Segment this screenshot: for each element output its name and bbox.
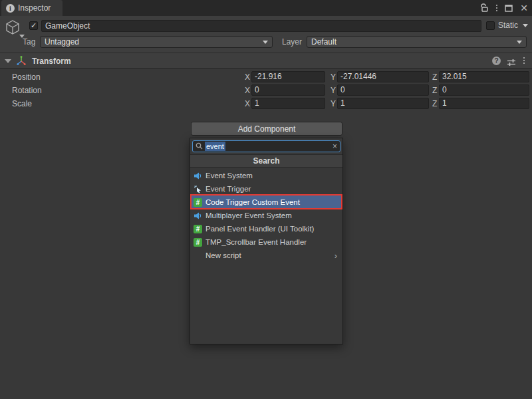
layer-label: Layer — [282, 37, 302, 47]
list-item-code-trigger-custom-event[interactable]: # Code Trigger Custom Event — [190, 196, 342, 209]
chevron-down-icon — [517, 41, 522, 44]
transform-axis-icon — [16, 55, 27, 68]
item-label: New script — [205, 251, 241, 259]
window-titlebar: i Inspector ✕ — [0, 0, 532, 16]
add-component-popup: event × Search Event System Event Trigge… — [190, 138, 343, 344]
list-item-tmp-scrollbar-event-handler[interactable]: # TMP_Scrollbar Event Handler — [190, 235, 342, 249]
axis-z-label: Z — [432, 86, 437, 95]
static-checkbox[interactable] — [486, 21, 495, 30]
search-query-text: event — [205, 142, 225, 151]
foldout-arrow-icon[interactable] — [5, 59, 11, 63]
chevron-down-icon — [263, 41, 268, 44]
static-dropdown-caret[interactable] — [523, 24, 528, 27]
list-item-event-system[interactable]: Event System — [190, 169, 342, 182]
rotation-y-field[interactable]: 0 — [337, 84, 429, 96]
scale-x-field[interactable]: 1 — [251, 98, 325, 109]
rotation-label: Rotation — [12, 86, 42, 95]
position-x-field[interactable]: -21.916 — [251, 71, 325, 82]
tab-inspector[interactable]: i Inspector — [1, 0, 63, 16]
scale-label: Scale — [12, 99, 32, 108]
component-search-input[interactable]: event × — [192, 140, 340, 152]
layer-dropdown[interactable]: Default — [307, 36, 527, 48]
item-label: Code Trigger Custom Event — [205, 198, 300, 206]
kebab-menu-icon[interactable] — [523, 57, 525, 64]
tag-value: Untagged — [45, 37, 79, 47]
csharp-script-icon: # — [194, 198, 202, 207]
axis-x-label: X — [245, 86, 250, 95]
axis-x-label: X — [245, 99, 250, 108]
rotation-x-field[interactable]: 0 — [251, 84, 325, 96]
gameobject-name-field[interactable]: GameObject — [41, 20, 481, 32]
item-label: Event System — [205, 172, 253, 180]
tab-label: Inspector — [18, 3, 51, 13]
event-trigger-icon — [194, 185, 202, 194]
position-y-field[interactable]: -27.01446 — [337, 71, 429, 82]
blank-icon-spacer — [194, 251, 202, 260]
csharp-script-icon: # — [194, 225, 202, 233]
scale-z-field[interactable]: 1 — [439, 98, 529, 109]
chevron-right-icon: › — [334, 251, 337, 261]
info-icon: i — [6, 4, 15, 13]
position-label: Position — [12, 72, 41, 82]
axis-x-label: X — [245, 72, 250, 82]
event-system-icon — [194, 211, 202, 220]
presets-icon[interactable] — [507, 57, 516, 69]
layer-value: Default — [311, 37, 336, 47]
tag-label: Tag — [23, 37, 35, 47]
active-checkbox[interactable]: ✓ — [29, 21, 38, 30]
maximize-icon[interactable] — [505, 5, 513, 12]
close-icon[interactable]: ✕ — [520, 3, 528, 13]
csharp-script-icon: # — [194, 238, 202, 247]
event-system-icon — [194, 172, 202, 180]
help-icon[interactable]: ? — [492, 57, 501, 65]
transform-title: Transform — [32, 57, 71, 66]
list-item-new-script[interactable]: New script › — [190, 249, 342, 262]
list-item-event-trigger[interactable]: Event Trigger — [190, 182, 342, 196]
popup-section-header: Search — [190, 154, 342, 168]
scale-y-field[interactable]: 1 — [337, 98, 429, 109]
kebab-menu-icon[interactable] — [496, 5, 497, 11]
list-item-multiplayer-event-system[interactable]: Multiplayer Event System — [190, 209, 342, 222]
axis-z-label: Z — [432, 99, 437, 108]
list-item-panel-event-handler[interactable]: # Panel Event Handler (UI Toolkit) — [190, 222, 342, 235]
add-component-button[interactable]: Add Component — [191, 122, 342, 136]
gameobject-header: ✓ GameObject Static Tag Untagged Layer D… — [0, 16, 532, 53]
item-label: Multiplayer Event System — [205, 211, 292, 219]
clear-search-icon[interactable]: × — [332, 142, 337, 150]
item-label: Panel Event Handler (UI Toolkit) — [205, 225, 314, 233]
search-icon — [196, 140, 203, 152]
transform-header[interactable]: Transform ? — [0, 53, 532, 68]
tag-dropdown[interactable]: Untagged — [40, 36, 273, 48]
item-label: TMP_Scrollbar Event Handler — [205, 238, 307, 246]
lock-icon[interactable] — [480, 3, 489, 13]
axis-y-label: Y — [331, 99, 336, 108]
static-label: Static — [498, 21, 518, 30]
item-label: Event Trigger — [205, 185, 251, 193]
axis-z-label: Z — [432, 72, 437, 82]
axis-y-label: Y — [331, 72, 336, 82]
position-z-field[interactable]: 32.015 — [439, 71, 529, 82]
rotation-z-field[interactable]: 0 — [439, 84, 529, 96]
axis-y-label: Y — [331, 86, 336, 95]
